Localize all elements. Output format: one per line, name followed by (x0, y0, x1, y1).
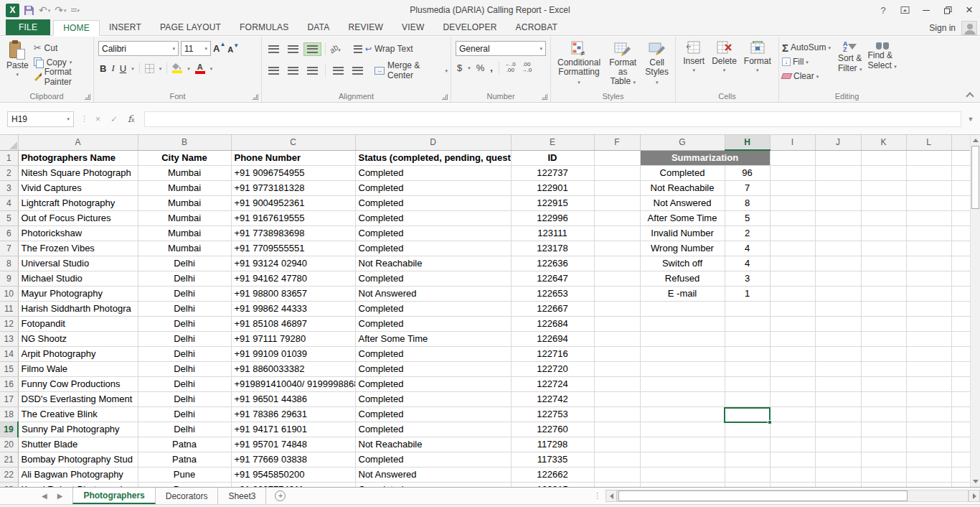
cell-H7[interactable]: 4 (725, 241, 770, 256)
cell-D14[interactable]: Completed (355, 347, 511, 362)
cell-E1[interactable]: ID (511, 150, 594, 166)
row-header-6[interactable]: 6 (0, 226, 18, 241)
cell-H16[interactable] (725, 377, 770, 392)
cell-D17[interactable]: Completed (355, 392, 511, 407)
cell-A6[interactable]: Photorickshaw (18, 226, 138, 241)
cell-A20[interactable]: Shutter Blade (18, 437, 138, 452)
cell-C15[interactable]: +91 8860033382 (231, 362, 355, 377)
cell-F9[interactable] (594, 271, 640, 287)
cell-E6[interactable]: 123111 (511, 226, 594, 241)
name-box-splitter[interactable]: ⋮ (80, 114, 89, 124)
cell-L17[interactable] (906, 392, 951, 407)
cell-G14[interactable] (640, 347, 725, 362)
cell-G12[interactable] (640, 317, 725, 332)
cell-J10[interactable] (815, 287, 861, 302)
cell-K10[interactable] (861, 287, 906, 302)
cell-C12[interactable]: +91 85108 46897 (231, 317, 355, 332)
orientation-button[interactable]: ab▾ (329, 44, 341, 54)
cell-H21[interactable] (725, 452, 770, 468)
cell-G18[interactable] (640, 407, 725, 422)
cell-J11[interactable] (815, 302, 861, 317)
excel-logo-icon[interactable]: X (6, 4, 19, 17)
cell-J2[interactable] (815, 166, 861, 181)
sheet-tab-photographers[interactable]: Photographers (72, 488, 155, 504)
cell-K1[interactable] (861, 150, 906, 166)
close-button[interactable]: × (958, 0, 980, 20)
cell-B5[interactable]: Mumbai (138, 211, 231, 226)
ribbon-tab-file[interactable]: FILE (6, 19, 50, 35)
cell-J7[interactable] (815, 241, 861, 256)
cell-J20[interactable] (815, 437, 861, 452)
cell-K6[interactable] (861, 226, 906, 241)
cell-L13[interactable] (906, 332, 951, 347)
cell-H13[interactable] (725, 332, 770, 347)
cell-D13[interactable]: After Some Time (355, 332, 511, 347)
cell-L6[interactable] (906, 226, 951, 241)
cell-B6[interactable]: Mumbai (138, 226, 231, 241)
cell-E11[interactable]: 122667 (511, 302, 594, 317)
select-all-corner[interactable] (0, 135, 18, 150)
column-header-G[interactable]: G (640, 135, 725, 150)
ribbon-tab-data[interactable]: DATA (298, 19, 339, 35)
cell-H19[interactable] (725, 422, 770, 437)
cell-D11[interactable]: Completed (355, 302, 511, 317)
horizontal-scroll-thumb[interactable] (618, 490, 908, 501)
cell-L12[interactable] (906, 317, 951, 332)
selected-cell-outline[interactable] (724, 407, 771, 423)
cell-F2[interactable] (594, 166, 640, 181)
underline-button[interactable]: U (120, 63, 126, 74)
cell-H17[interactable] (725, 392, 770, 407)
cell-L18[interactable] (906, 407, 951, 422)
font-color-button[interactable]: A (195, 63, 205, 74)
row-header-16[interactable]: 16 (0, 377, 18, 392)
cell-H11[interactable] (725, 302, 770, 317)
cell-H2[interactable]: 96 (725, 166, 770, 181)
cell-I18[interactable] (770, 407, 815, 422)
cell-A3[interactable]: Vivid Captures (18, 181, 138, 196)
cell-J14[interactable] (815, 347, 861, 362)
cell-D2[interactable]: Completed (355, 166, 511, 181)
cell-I21[interactable] (770, 452, 815, 468)
row-header-11[interactable]: 11 (0, 302, 18, 317)
cell-J16[interactable] (815, 377, 861, 392)
scroll-up-arrow[interactable] (971, 135, 980, 145)
cell-A15[interactable]: Filmo Wale (18, 362, 138, 377)
cell-I11[interactable] (770, 302, 815, 317)
cell-G4[interactable]: Not Answered (640, 196, 725, 211)
cell-B15[interactable]: Delhi (138, 362, 231, 377)
cell-A10[interactable]: Mayur Photography (18, 287, 138, 302)
cell-D9[interactable]: Completed (355, 271, 511, 287)
cell-G15[interactable] (640, 362, 725, 377)
cell-H20[interactable] (725, 437, 770, 452)
cell-D10[interactable]: Not Answered (355, 287, 511, 302)
cell-J1[interactable] (815, 150, 861, 166)
cell-K2[interactable] (861, 166, 906, 181)
cell-I22[interactable] (770, 468, 815, 483)
sort-filter-button[interactable]: AZ Sort &Filter ▾ (835, 39, 865, 83)
row-header-21[interactable]: 21 (0, 452, 18, 468)
cell-C3[interactable]: +91 9773181328 (231, 181, 355, 196)
cell-F16[interactable] (594, 377, 640, 392)
cell-D1[interactable]: Status (completed, pending, quest (355, 150, 511, 166)
cell-G10[interactable]: E -mail (640, 287, 725, 302)
cell-K7[interactable] (861, 241, 906, 256)
cell-L2[interactable] (906, 166, 951, 181)
user-avatar-icon[interactable] (961, 21, 977, 35)
scroll-left-arrow[interactable] (606, 490, 617, 502)
cell-K5[interactable] (861, 211, 906, 226)
cell-D3[interactable]: Completed (355, 181, 511, 196)
cell-L16[interactable] (906, 377, 951, 392)
cell-B2[interactable]: Mumbai (138, 166, 231, 181)
align-center-button[interactable] (284, 64, 302, 78)
row-header-17[interactable]: 17 (0, 392, 18, 407)
cell-A14[interactable]: Arpit Photography (18, 347, 138, 362)
cell-E16[interactable]: 122724 (511, 377, 594, 392)
cell-I14[interactable] (770, 347, 815, 362)
cell-H15[interactable] (725, 362, 770, 377)
cell-F19[interactable] (594, 422, 640, 437)
cell-K8[interactable] (861, 256, 906, 271)
cell-F14[interactable] (594, 347, 640, 362)
cell-J22[interactable] (815, 468, 861, 483)
row-header-4[interactable]: 4 (0, 196, 18, 211)
column-header-I[interactable]: I (770, 135, 815, 150)
